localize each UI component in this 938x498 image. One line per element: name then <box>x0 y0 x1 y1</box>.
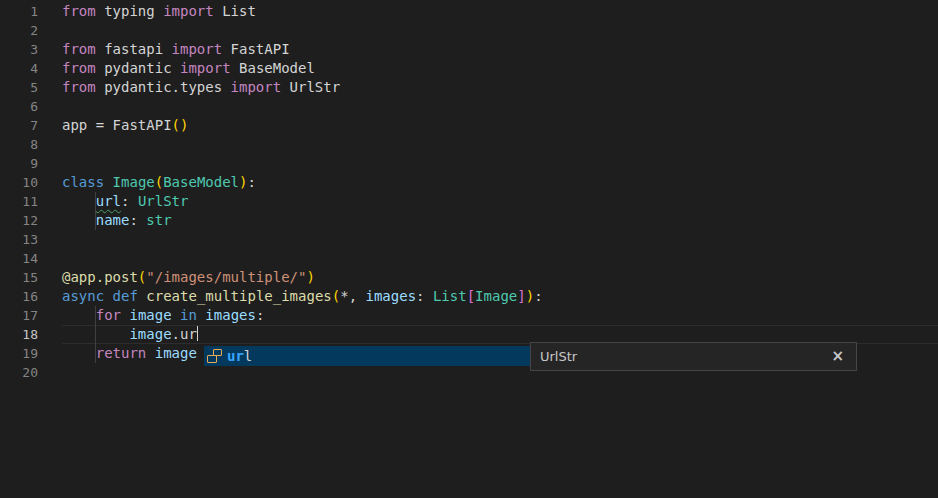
code-text <box>38 249 62 268</box>
code-text: from pydantic.types import UrlStr <box>38 78 340 97</box>
line-number: 13 <box>0 230 38 249</box>
suggestion-detail-panel: UrlStr × <box>530 342 857 371</box>
line-number: 5 <box>0 78 38 97</box>
code-editor[interactable]: 1from typing import List23from fastapi i… <box>0 0 938 498</box>
code-line[interactable]: 16async def create_multiple_images(*, im… <box>0 287 938 306</box>
code-line[interactable]: 13 <box>0 230 938 249</box>
code-line[interactable]: 10class Image(BaseModel): <box>0 173 938 192</box>
code-text <box>38 363 62 382</box>
line-number: 4 <box>0 59 38 78</box>
code-text <box>38 154 62 173</box>
autocomplete-suggestion-url[interactable]: url <box>204 346 530 366</box>
line-number: 15 <box>0 268 38 287</box>
code-text <box>38 230 62 249</box>
line-number: 8 <box>0 135 38 154</box>
code-text <box>38 97 62 116</box>
code-line[interactable]: 7app = FastAPI() <box>0 116 938 135</box>
code-text: for image in images: <box>38 306 264 325</box>
code-text: url: UrlStr <box>38 192 188 211</box>
suggestion-detail-text: UrlStr <box>540 349 828 364</box>
suggestion-match-text: ur <box>227 348 244 364</box>
code-line[interactable]: 4from pydantic import BaseModel <box>0 59 938 78</box>
code-text: async def create_multiple_images(*, imag… <box>38 287 543 306</box>
text-cursor <box>197 326 199 341</box>
code-line[interactable]: 14 <box>0 249 938 268</box>
code-line[interactable]: 2 <box>0 21 938 40</box>
code-text: name: str <box>38 211 172 230</box>
code-line[interactable]: 3from fastapi import FastAPI <box>0 40 938 59</box>
line-number: 19 <box>0 344 38 363</box>
close-icon[interactable]: × <box>828 348 847 365</box>
line-number: 9 <box>0 154 38 173</box>
code-line[interactable]: 17 for image in images: <box>0 306 938 325</box>
line-number: 10 <box>0 173 38 192</box>
line-number: 2 <box>0 21 38 40</box>
code-line[interactable]: 11 url: UrlStr <box>0 192 938 211</box>
code-text: image.ur <box>38 325 198 344</box>
line-number: 12 <box>0 211 38 230</box>
code-text <box>38 135 62 154</box>
code-line[interactable]: 5from pydantic.types import UrlStr <box>0 78 938 97</box>
line-number: 7 <box>0 116 38 135</box>
field-icon <box>207 349 222 363</box>
code-text: return image <box>38 344 197 363</box>
code-text: class Image(BaseModel): <box>38 173 256 192</box>
line-number: 14 <box>0 249 38 268</box>
code-text: @app.post("/images/multiple/") <box>38 268 315 287</box>
code-text: from pydantic import BaseModel <box>38 59 315 78</box>
line-number: 16 <box>0 287 38 306</box>
code-line[interactable]: 6 <box>0 97 938 116</box>
line-number: 20 <box>0 363 38 382</box>
code-line[interactable]: 8 <box>0 135 938 154</box>
line-number: 3 <box>0 40 38 59</box>
code-text: from typing import List <box>38 2 256 21</box>
line-number: 11 <box>0 192 38 211</box>
line-number: 18 <box>0 325 38 344</box>
code-line[interactable]: 15@app.post("/images/multiple/") <box>0 268 938 287</box>
code-text: from fastapi import FastAPI <box>38 40 290 59</box>
code-lines: 1from typing import List23from fastapi i… <box>0 2 938 382</box>
code-line[interactable]: 9 <box>0 154 938 173</box>
suggestion-label: url <box>227 348 252 364</box>
suggestion-rest-text: l <box>244 348 252 364</box>
code-text <box>38 21 62 40</box>
code-line[interactable]: 1from typing import List <box>0 2 938 21</box>
line-number: 1 <box>0 2 38 21</box>
code-text: app = FastAPI() <box>38 116 188 135</box>
line-number: 17 <box>0 306 38 325</box>
code-line[interactable]: 12 name: str <box>0 211 938 230</box>
line-number: 6 <box>0 97 38 116</box>
